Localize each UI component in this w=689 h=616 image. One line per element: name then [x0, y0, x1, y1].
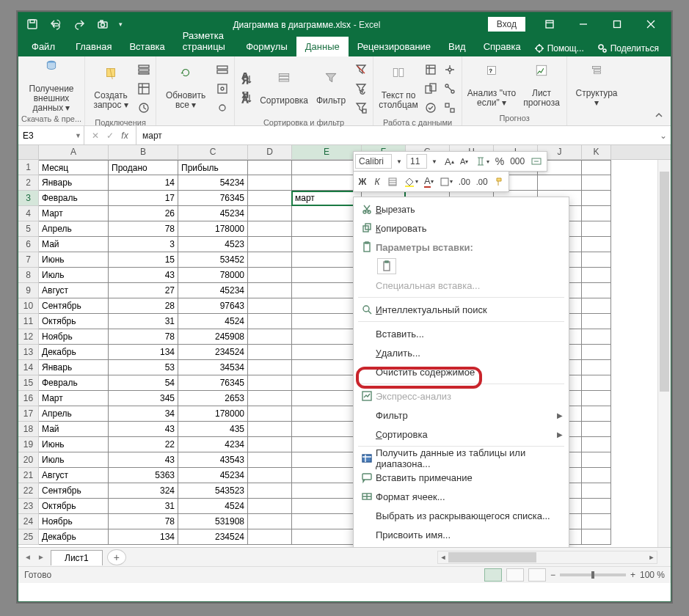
cell[interactable]: 53452 — [178, 252, 248, 268]
connections-button[interactable] — [214, 61, 231, 78]
cell[interactable]: Июль — [39, 452, 109, 468]
cell[interactable]: 31 — [109, 314, 178, 329]
mini-size-dd[interactable]: ▼ — [427, 153, 442, 169]
cell[interactable]: 178000 — [178, 406, 248, 422]
cell[interactable]: 78 — [109, 221, 178, 237]
ctx-format-cells[interactable]: Формат ячеек... — [354, 487, 569, 506]
clear-filter-button[interactable] — [352, 61, 370, 78]
insert-function-button[interactable]: fx — [118, 131, 131, 141]
col-header-C[interactable]: C — [178, 145, 248, 159]
new-query-button[interactable]: Создать запрос ▾ — [88, 65, 134, 110]
page-layout-view-button[interactable] — [506, 568, 524, 582]
cell[interactable]: Август — [39, 468, 109, 483]
tab-insert[interactable]: Вставка — [120, 37, 173, 56]
row-header[interactable]: 21 — [18, 468, 39, 483]
cell[interactable]: Сентябрь — [39, 483, 109, 499]
cell[interactable] — [292, 422, 362, 437]
refresh-all-button[interactable]: Обновить все ▾ — [159, 65, 212, 110]
cell[interactable] — [248, 345, 292, 360]
cell[interactable] — [582, 175, 611, 191]
cell[interactable]: 5363 — [109, 468, 178, 483]
minimize-button[interactable] — [566, 12, 600, 36]
cell[interactable]: 4234 — [178, 437, 248, 452]
cell[interactable] — [292, 206, 362, 221]
ctx-cut[interactable]: Вырезать — [354, 199, 569, 219]
cell[interactable]: 54 — [109, 375, 178, 391]
cell[interactable] — [582, 437, 611, 452]
cell[interactable] — [248, 314, 292, 329]
ctx-get-data[interactable]: Получить данные из таблицы или диапазона… — [354, 449, 569, 468]
cell[interactable]: 17 — [109, 191, 178, 206]
cell[interactable] — [292, 298, 362, 314]
cell[interactable] — [292, 283, 362, 298]
cell[interactable]: 2653 — [178, 391, 248, 406]
cell[interactable] — [582, 499, 611, 514]
maximize-button[interactable] — [600, 12, 634, 36]
row-header[interactable]: 1 — [18, 160, 39, 175]
sort-button[interactable]: Сортировка — [258, 70, 310, 106]
mini-bold-button[interactable]: Ж — [355, 174, 370, 190]
zoom-in-button[interactable]: + — [630, 570, 635, 580]
cell[interactable] — [292, 360, 362, 375]
ctx-copy[interactable]: Копировать — [354, 219, 569, 238]
cell[interactable]: Март — [39, 206, 109, 221]
cell[interactable]: Июнь — [39, 252, 109, 268]
ctx-smart-lookup[interactable]: Интеллектуальный поиск — [354, 300, 569, 319]
cell[interactable]: Июнь — [39, 437, 109, 452]
cell[interactable]: 76345 — [178, 375, 248, 391]
flash-fill-button[interactable] — [422, 61, 440, 78]
tab-view[interactable]: Вид — [440, 37, 475, 56]
sheet-nav[interactable]: ◄► — [18, 553, 51, 561]
cell[interactable]: 324 — [109, 483, 178, 499]
consolidate-button[interactable] — [441, 61, 459, 78]
cell[interactable]: 43 — [109, 452, 178, 468]
cell[interactable]: 27 — [109, 283, 178, 298]
cell[interactable]: 15 — [109, 252, 178, 268]
cell[interactable] — [248, 499, 292, 514]
cell[interactable] — [292, 529, 362, 545]
cell[interactable]: 435 — [178, 422, 248, 437]
reapply-filter-button[interactable] — [352, 80, 370, 98]
cell[interactable]: 4524 — [178, 314, 248, 329]
cell[interactable] — [248, 252, 292, 268]
cell[interactable]: 26 — [109, 206, 178, 221]
mini-borders-button[interactable]: ▾ — [437, 174, 456, 190]
ctx-filter[interactable]: Фильтр▶ — [354, 406, 569, 425]
cell[interactable] — [582, 160, 611, 175]
row-header[interactable]: 7 — [18, 252, 39, 268]
data-validation-button[interactable] — [422, 99, 440, 117]
tab-data[interactable]: Данные — [296, 37, 349, 56]
cell[interactable]: 53 — [109, 360, 178, 375]
remove-duplicates-button[interactable] — [422, 80, 440, 98]
recent-sources-button[interactable] — [135, 99, 153, 117]
cell[interactable]: Март — [39, 391, 109, 406]
vertical-scrollbar[interactable] — [657, 160, 671, 547]
page-break-view-button[interactable] — [528, 568, 546, 582]
zoom-out-button[interactable]: − — [550, 570, 555, 580]
row-header[interactable]: 15 — [18, 375, 39, 391]
cell[interactable] — [248, 237, 292, 252]
cell[interactable] — [248, 191, 292, 206]
cell[interactable]: 31 — [109, 499, 178, 514]
cell[interactable] — [582, 314, 611, 329]
cell[interactable] — [248, 514, 292, 529]
cell[interactable] — [292, 237, 362, 252]
col-header-A[interactable]: A — [39, 145, 109, 159]
ctx-insert-comment[interactable]: Вставить примечание — [354, 468, 569, 487]
cell[interactable]: Декабрь — [39, 529, 109, 545]
cell[interactable] — [248, 268, 292, 283]
cell[interactable]: Октябрь — [39, 314, 109, 329]
col-header-B[interactable]: B — [109, 145, 178, 159]
cell[interactable]: 134 — [109, 345, 178, 360]
row-header[interactable]: 8 — [18, 268, 39, 283]
ctx-pick-from-list[interactable]: Выбрать из раскрывающегося списка... — [354, 506, 569, 525]
ctx-delete[interactable]: Удалить... — [354, 343, 569, 362]
cell[interactable] — [582, 191, 611, 206]
row-header[interactable]: 6 — [18, 237, 39, 252]
mini-merge-button[interactable] — [528, 153, 545, 169]
sort-az-button[interactable]: AЯ — [238, 70, 255, 88]
cell[interactable]: 34 — [109, 406, 178, 422]
cell[interactable] — [248, 160, 292, 175]
cell[interactable] — [248, 468, 292, 483]
cell[interactable] — [582, 422, 611, 437]
